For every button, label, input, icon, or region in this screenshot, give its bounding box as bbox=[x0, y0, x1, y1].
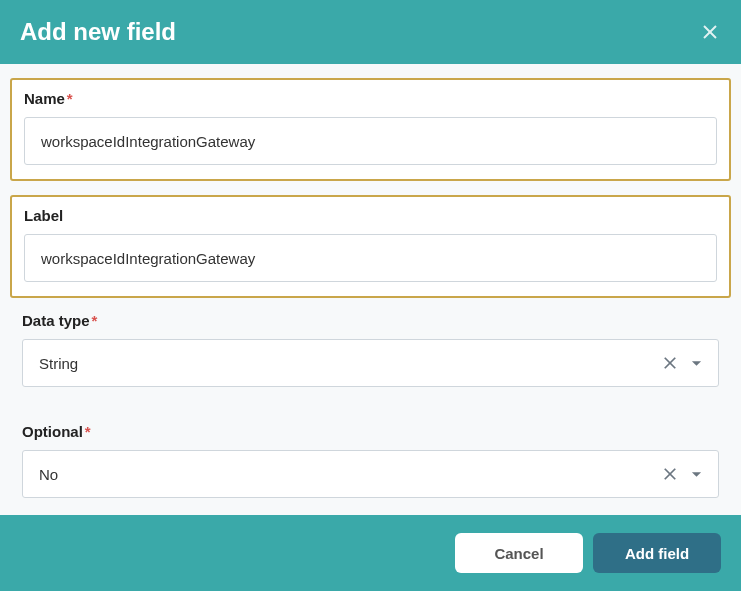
select-icons bbox=[663, 356, 702, 370]
name-section: Name* bbox=[10, 78, 731, 181]
required-indicator: * bbox=[85, 423, 91, 440]
optional-label-text: Optional bbox=[22, 423, 83, 440]
clear-icon bbox=[663, 467, 677, 481]
name-label-text: Name bbox=[24, 90, 65, 107]
datatype-select[interactable]: String bbox=[22, 339, 719, 387]
name-label: Name* bbox=[24, 90, 717, 107]
required-indicator: * bbox=[67, 90, 73, 107]
datatype-label-text: Data type bbox=[22, 312, 90, 329]
datatype-value: String bbox=[39, 355, 663, 372]
optional-value: No bbox=[39, 466, 663, 483]
label-label: Label bbox=[24, 207, 717, 224]
dialog-header: Add new field bbox=[0, 0, 741, 64]
name-input[interactable] bbox=[24, 117, 717, 165]
clear-icon bbox=[663, 356, 677, 370]
optional-select[interactable]: No bbox=[22, 450, 719, 498]
chevron-down-icon bbox=[691, 358, 702, 369]
select-icons bbox=[663, 467, 702, 481]
chevron-down-icon bbox=[691, 469, 702, 480]
add-field-dialog: Add new field Name* Label Data type* bbox=[0, 0, 741, 591]
optional-section: Optional* No bbox=[10, 423, 731, 512]
label-label-text: Label bbox=[24, 207, 63, 224]
dialog-body: Name* Label Data type* String bbox=[0, 64, 741, 515]
datatype-dropdown-toggle[interactable] bbox=[691, 358, 702, 369]
clear-optional-button[interactable] bbox=[663, 467, 677, 481]
label-section: Label bbox=[10, 195, 731, 298]
optional-label: Optional* bbox=[22, 423, 719, 440]
label-input[interactable] bbox=[24, 234, 717, 282]
dialog-title: Add new field bbox=[20, 18, 176, 46]
cancel-button[interactable]: Cancel bbox=[455, 533, 583, 573]
datatype-section: Data type* String bbox=[10, 312, 731, 401]
required-indicator: * bbox=[92, 312, 98, 329]
close-button[interactable] bbox=[699, 21, 721, 43]
add-field-button[interactable]: Add field bbox=[593, 533, 721, 573]
dialog-footer: Cancel Add field bbox=[0, 515, 741, 591]
optional-dropdown-toggle[interactable] bbox=[691, 469, 702, 480]
close-icon bbox=[702, 24, 718, 40]
clear-datatype-button[interactable] bbox=[663, 356, 677, 370]
datatype-label: Data type* bbox=[22, 312, 719, 329]
